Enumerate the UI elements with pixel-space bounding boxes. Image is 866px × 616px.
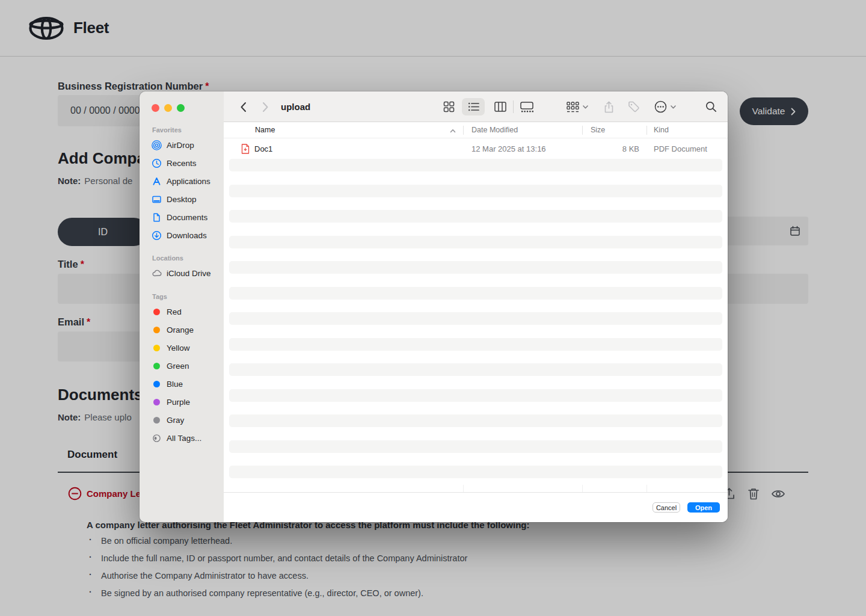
empty-row-stripe [229,236,722,248]
desktop-icon [152,194,162,205]
empty-row-stripe [229,287,722,300]
empty-row-stripe [229,185,722,197]
sidebar-item-documents[interactable]: Documents [140,208,224,226]
empty-row-stripe [229,210,722,223]
tags-section-label: Tags [152,293,167,300]
cancel-button[interactable]: Cancel [653,502,680,513]
search-icon [705,101,717,112]
forward-button[interactable] [258,91,272,122]
tag-color-dot [153,399,160,405]
sidebar-tag-purple[interactable]: Purple [140,393,224,411]
empty-row-stripe [229,338,722,351]
empty-row-stripe [229,414,722,427]
tag-color-dot [153,309,160,315]
upload-file-dialog: Favorites AirDrop Recents [140,91,728,522]
icon-view-button[interactable] [441,91,456,122]
cloud-icon [152,268,162,279]
file-date-cell: 12 Mar 2025 at 13:16 [463,144,582,153]
fleet-page: Fleet Business Registration Number* 00 /… [0,0,866,616]
sidebar-item-airdrop[interactable]: AirDrop [140,136,224,154]
sidebar-item-applications[interactable]: Applications [140,172,224,190]
tag-label: Orange [167,325,194,334]
empty-row-stripe [229,159,722,171]
finder-main-pane: upload [224,91,728,522]
more-options-button[interactable] [652,91,678,122]
favorites-section-label: Favorites [152,126,182,134]
file-kind-cell: PDF Document [646,144,728,153]
chevron-right-icon [262,102,269,112]
column-divider [646,126,647,135]
tag-label: Gray [167,416,184,425]
finder-sidebar: Favorites AirDrop Recents [140,91,224,522]
sidebar-item-downloads[interactable]: Downloads [140,226,224,244]
dialog-footer: Cancel Open [224,493,728,522]
sidebar-item-icloud-drive[interactable]: iCloud Drive [140,264,224,282]
sidebar-item-label: Recents [167,159,197,168]
file-size-cell: 8 KB [582,144,646,153]
tag-icon [628,101,640,113]
list-view-icon [468,102,479,112]
chevron-down-icon [671,105,676,109]
column-divider [582,485,583,492]
group-by-button[interactable] [564,91,591,122]
column-header-name[interactable]: Name [224,126,463,134]
column-divider [463,485,464,492]
sidebar-item-label: Documents [167,213,207,222]
column-view-button[interactable] [493,91,508,122]
tag-label: Blue [167,380,183,389]
all-tags-icon [152,433,162,443]
empty-row-stripe [229,363,722,376]
sidebar-item-label: AirDrop [167,141,194,150]
tag-color-dot [153,327,160,333]
file-list-header: Name Date Modified Size Kind [224,122,728,138]
column-view-icon [494,102,506,112]
share-icon [604,101,614,113]
grid-view-icon [443,101,455,112]
group-by-icon [567,102,579,112]
tag-color-dot [153,381,160,387]
sidebar-all-tags[interactable]: All Tags... [140,429,224,447]
search-button[interactable] [703,91,719,122]
minimize-window-button[interactable] [164,104,172,112]
sidebar-item-desktop[interactable]: Desktop [140,190,224,208]
empty-row-stripe [229,312,722,325]
chevron-down-icon [583,105,588,109]
tag-color-dot [153,417,160,424]
sidebar-tag-green[interactable]: Green [140,357,224,375]
close-window-button[interactable] [152,104,159,112]
sidebar-tag-yellow[interactable]: Yellow [140,339,224,357]
column-divider [646,485,647,492]
sidebar-item-label: iCloud Drive [167,269,211,278]
sidebar-tag-orange[interactable]: Orange [140,321,224,339]
column-divider [582,126,583,135]
empty-row-stripe [229,440,722,453]
list-view-button[interactable] [462,98,485,116]
applications-icon [152,176,162,186]
tag-label: Purple [167,398,190,407]
tag-color-dot [153,345,160,351]
tags-button[interactable] [627,91,641,122]
sort-ascending-icon [450,129,456,133]
file-row-doc1[interactable]: Doc1 12 Mar 2025 at 13:16 8 KB PDF Docum… [224,138,728,159]
back-button[interactable] [236,91,250,122]
open-button[interactable]: Open [687,502,720,513]
finder-toolbar: upload [224,91,728,122]
gallery-view-button[interactable] [518,91,535,122]
tag-label: Red [167,307,182,316]
share-button[interactable] [601,91,616,122]
sidebar-tag-blue[interactable]: Blue [140,375,224,393]
pdf-file-icon [241,144,250,154]
sidebar-tag-red[interactable]: Red [140,303,224,321]
sidebar-item-recents[interactable]: Recents [140,154,224,172]
column-header-date-modified[interactable]: Date Modified [463,126,582,134]
tag-label: Yellow [167,343,190,353]
sidebar-tag-gray[interactable]: Gray [140,411,224,429]
column-header-kind[interactable]: Kind [646,126,728,134]
column-header-size[interactable]: Size [582,126,646,134]
locations-section-label: Locations [152,254,183,262]
chevron-left-icon [240,102,247,112]
clock-icon [152,158,162,168]
zoom-window-button[interactable] [177,104,185,112]
tag-color-dot [153,363,160,369]
dialog-title: upload [281,102,310,112]
